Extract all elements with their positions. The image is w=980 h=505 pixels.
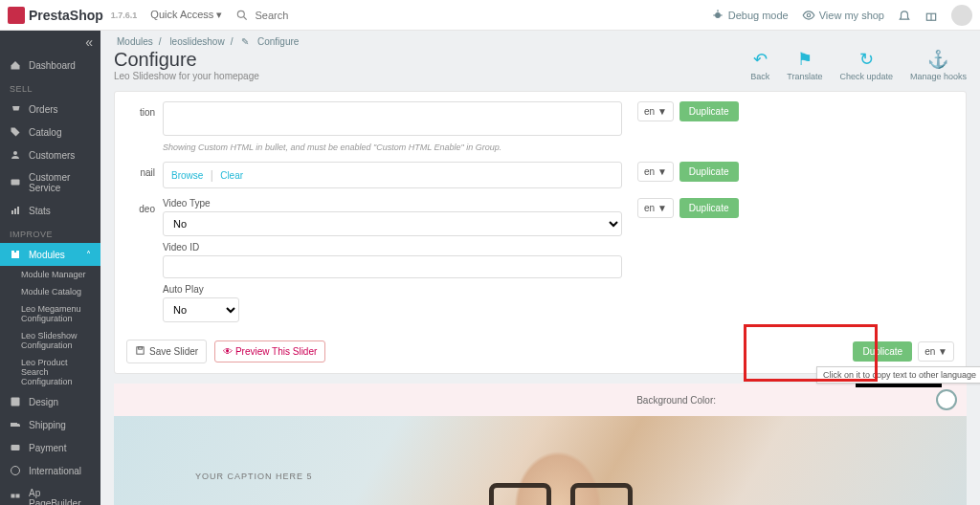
- breadcrumb-configure: Configure: [257, 36, 299, 47]
- tag-icon: [10, 126, 21, 138]
- collapse-sidebar-button[interactable]: «: [0, 31, 100, 54]
- sidebar-sub-module-catalog[interactable]: Module Catalog: [0, 283, 100, 300]
- truck-icon: [10, 419, 21, 430]
- duplicate-button[interactable]: Duplicate: [679, 162, 739, 182]
- page-title: Configure: [114, 49, 259, 71]
- sidebar-item-pagebuilder[interactable]: Ap PageBuilder: [0, 482, 100, 505]
- duplicate-all-button[interactable]: Duplicate: [853, 341, 912, 362]
- browse-button[interactable]: Browse: [171, 170, 203, 181]
- svg-rect-13: [17, 207, 19, 214]
- gift-icon[interactable]: [924, 9, 938, 22]
- avatar[interactable]: [951, 5, 972, 26]
- description-hint: Showing Custom HTML in bullet, and must …: [163, 143, 622, 152]
- video-label: deo: [126, 198, 155, 214]
- description-input[interactable]: [163, 101, 622, 136]
- sidebar-item-dashboard[interactable]: Dashboard: [0, 54, 100, 77]
- check-update-button[interactable]: ↻Check update: [839, 49, 893, 81]
- cart-icon: [10, 103, 21, 115]
- search-icon: [235, 9, 249, 22]
- svg-point-0: [238, 11, 245, 17]
- svg-rect-16: [11, 445, 20, 450]
- duplicate-button[interactable]: Duplicate: [679, 101, 739, 121]
- sidebar: « Dashboard SELL Orders Catalog Customer…: [0, 31, 100, 505]
- logo[interactable]: PrestaShop 1.7.6.1: [8, 7, 137, 24]
- lang-selector[interactable]: en ▼: [637, 162, 674, 182]
- sidebar-item-shipping[interactable]: Shipping: [0, 413, 100, 436]
- manage-hooks-button[interactable]: ⚓Manage hooks: [910, 49, 967, 81]
- description-label: tion: [126, 101, 155, 118]
- video-type-select[interactable]: No: [163, 211, 622, 236]
- sidebar-item-international[interactable]: International: [0, 459, 100, 482]
- bug-icon: [711, 9, 724, 22]
- eye-icon: [802, 9, 815, 22]
- chevron-down-icon: ▼: [657, 166, 667, 177]
- autoplay-select[interactable]: No: [163, 297, 239, 322]
- sidebar-item-stats[interactable]: Stats: [0, 199, 100, 222]
- lang-selector[interactable]: en ▼: [637, 198, 674, 218]
- save-slider-button[interactable]: Save Slider: [126, 340, 207, 363]
- sidebar-item-customers[interactable]: Customers: [0, 143, 100, 166]
- video-type-label: Video Type: [163, 198, 622, 209]
- sidebar-item-orders[interactable]: Orders: [0, 98, 100, 121]
- sidebar-item-modules[interactable]: Modules˄: [0, 243, 100, 266]
- sidebar-sub-product-search[interactable]: Leo Product Search Configuration: [0, 354, 100, 390]
- sidebar-item-payment[interactable]: Payment: [0, 436, 100, 459]
- svg-rect-20: [137, 347, 144, 354]
- refresh-icon: ↻: [839, 49, 893, 70]
- breadcrumb-modules[interactable]: Modules: [117, 36, 153, 47]
- bgcolor-swatch[interactable]: [936, 389, 957, 410]
- svg-point-6: [807, 13, 811, 17]
- svg-rect-14: [11, 398, 20, 406]
- lang-selector[interactable]: en ▼: [637, 101, 674, 121]
- search-input[interactable]: [255, 10, 369, 21]
- svg-point-2: [715, 12, 721, 18]
- svg-rect-18: [11, 494, 15, 498]
- caption-small: YOUR CAPTION HERE 5: [195, 472, 313, 481]
- svg-point-17: [11, 467, 20, 475]
- duplicate-tooltip: Click on it to copy text to other langua…: [816, 366, 980, 384]
- logo-icon: [8, 7, 25, 24]
- autoplay-label: Auto Play: [163, 284, 622, 295]
- flag-icon: ⚑: [787, 49, 822, 70]
- logo-text: PrestaShop: [29, 8, 103, 23]
- svg-rect-19: [16, 494, 20, 498]
- chevron-down-icon: ▼: [938, 346, 947, 357]
- edit-icon: ✎: [241, 36, 249, 47]
- card-icon: [10, 442, 21, 453]
- design-icon: [10, 396, 21, 407]
- save-icon: [135, 345, 145, 358]
- sidebar-section-improve: IMPROVE: [0, 222, 100, 243]
- sidebar-sub-module-manager[interactable]: Module Manager: [0, 266, 100, 283]
- stats-icon: [10, 205, 21, 216]
- page-subtitle: Leo Slideshow for your homepage: [114, 71, 259, 81]
- hero-image-detail: [489, 483, 633, 505]
- quick-access-dropdown[interactable]: Quick Access ▾: [150, 9, 222, 21]
- svg-rect-15: [11, 423, 17, 427]
- sidebar-item-catalog[interactable]: Catalog: [0, 121, 100, 143]
- sidebar-sub-slideshow[interactable]: Leo Slideshow Configuration: [0, 327, 100, 354]
- video-id-label: Video ID: [163, 242, 622, 252]
- lang-selector-main[interactable]: en ▼: [918, 341, 954, 362]
- back-button[interactable]: ↶Back: [750, 49, 769, 81]
- svg-rect-10: [11, 180, 20, 186]
- sidebar-item-cs[interactable]: Customer Service: [0, 166, 100, 199]
- view-shop-link[interactable]: View my shop: [802, 9, 884, 22]
- puzzle-icon: [10, 249, 21, 260]
- chevron-down-icon: ▾: [216, 9, 222, 20]
- video-id-input[interactable]: [163, 255, 622, 278]
- top-bar: PrestaShop 1.7.6.1 Quick Access ▾ Debug …: [0, 0, 980, 31]
- preview-slider-button[interactable]: 👁 Preview This Slider: [214, 340, 325, 362]
- translate-button[interactable]: ⚑Translate: [787, 49, 822, 81]
- thumbnail-label: nail: [126, 162, 155, 178]
- sidebar-sub-megamenu[interactable]: Leo Megamenu Configuration: [0, 300, 100, 327]
- bell-icon[interactable]: [898, 9, 911, 22]
- sidebar-item-design[interactable]: Design: [0, 390, 100, 413]
- breadcrumb-module[interactable]: leoslideshow: [169, 36, 224, 47]
- duplicate-button[interactable]: Duplicate: [679, 198, 739, 218]
- user-icon: [10, 149, 21, 161]
- back-icon: ↶: [750, 49, 769, 70]
- debug-mode-link[interactable]: Debug mode: [711, 9, 789, 22]
- svg-rect-21: [139, 347, 143, 349]
- svg-line-1: [244, 16, 247, 19]
- clear-button[interactable]: Clear: [220, 170, 243, 181]
